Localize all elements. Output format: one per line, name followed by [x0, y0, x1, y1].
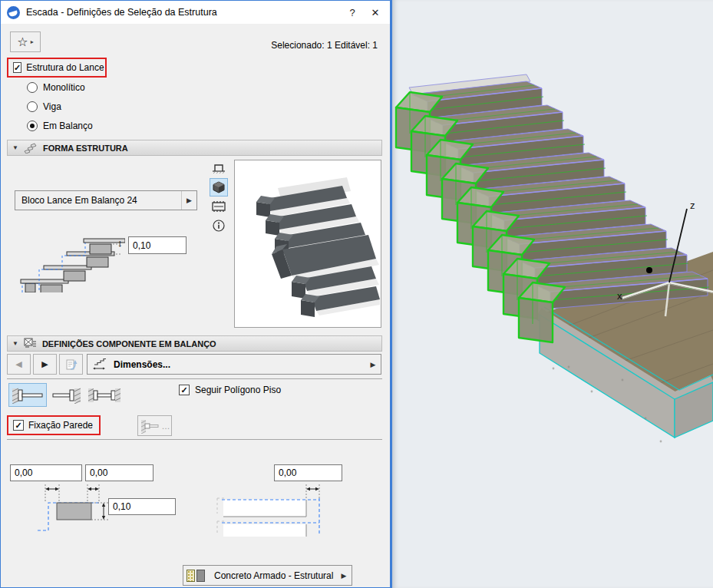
support-left-icon [11, 387, 45, 404]
dimensions-icon [92, 358, 107, 371]
3d-viewport[interactable]: z x [392, 0, 713, 588]
plan-view-button[interactable] [210, 159, 228, 177]
offset-diagram-right [216, 483, 346, 550]
cube-icon [212, 180, 226, 194]
selection-status: Selecionado: 1 Editável: 1 [271, 40, 378, 51]
wall-fix-label: Fixação Parede [28, 420, 93, 431]
riser-schematic [10, 223, 125, 292]
monolitico-radio[interactable] [27, 82, 38, 93]
z-axis-label: z [690, 200, 695, 211]
dialog-title: Escada - Definições de Seleção da Estrut… [26, 7, 217, 18]
follow-polygon-label: Seguir Polígono Piso [195, 385, 281, 395]
collapse-icon: ▼ [12, 144, 18, 151]
divider [7, 378, 382, 379]
divider [7, 439, 382, 440]
profile-dropdown-value: Bloco Lance Em Balanço 24 [15, 195, 181, 206]
plan-symbol-icon [212, 161, 226, 175]
film-strip-icon [211, 200, 226, 213]
updown-arrow-icon: ↕ [117, 237, 123, 249]
help-button[interactable]: ? [341, 2, 364, 22]
close-button[interactable]: ✕ [364, 2, 387, 22]
collapse-icon: ▼ [12, 340, 18, 347]
forma-estrutura-header[interactable]: ▼ FORMA ESTRUTURA [7, 140, 382, 156]
previous-component-button[interactable]: ◀ [7, 354, 31, 375]
transfer-settings-icon [64, 358, 78, 372]
material-swatch-icon [187, 570, 205, 582]
viga-label: Viga [43, 101, 61, 112]
favorites-button[interactable]: ☆ ▸ [10, 31, 41, 52]
radio-row-em-balanco[interactable]: Em Balanço [27, 121, 93, 131]
offset-diagram-left [8, 483, 193, 550]
preview-stairs-image [235, 160, 381, 327]
material-dropdown-value: Concreto Armado - Estrutural [208, 570, 336, 581]
dimensions-dropdown-label: Dimensões... [107, 359, 365, 370]
screen: Escada - Definições de Seleção da Estrut… [0, 0, 713, 588]
viga-radio[interactable] [27, 101, 38, 112]
red-annotation-box: ✓ Estrutura do Lance [7, 58, 107, 78]
transfer-settings-button[interactable] [59, 354, 83, 375]
ellipsis-icon: … [162, 421, 170, 431]
em-balanco-radio[interactable] [27, 121, 38, 131]
left-offset-input[interactable] [10, 464, 82, 481]
archicad-logo-icon [7, 6, 20, 19]
support-right-icon [51, 387, 82, 404]
wall-fix-options-button[interactable]: … [137, 415, 172, 436]
structure-thickness-input[interactable] [128, 236, 187, 254]
support-right-toggle[interactable] [49, 383, 84, 407]
support-left-toggle[interactable] [8, 383, 47, 407]
arrow-right-icon: ▶ [41, 359, 48, 369]
profile-dropdown[interactable]: Bloco Lance Em Balanço 24 ▶ [15, 190, 197, 210]
mid-offset-input[interactable] [85, 464, 153, 481]
plate-thickness-input[interactable] [108, 498, 176, 515]
support-both-toggle[interactable] [85, 383, 124, 407]
component-settings-icon [24, 338, 37, 349]
3d-scene: z x [392, 0, 713, 588]
dimensions-dropdown[interactable]: Dimensões... ▶ [87, 354, 381, 375]
componente-title: DEFINIÇÕES COMPONENTE EM BALANÇO [42, 339, 216, 349]
estrutura-do-lance-label: Estrutura do Lance [26, 62, 104, 73]
forma-estrutura-title: FORMA ESTRUTURA [43, 144, 128, 153]
follow-polygon-row[interactable]: ✓ Seguir Polígono Piso [179, 385, 281, 395]
title-bar[interactable]: Escada - Definições de Seleção da Estrut… [1, 1, 390, 24]
chevron-right-icon: ▶ [365, 355, 381, 374]
chevron-right-icon: ▶ [336, 566, 352, 585]
info-icon [212, 219, 226, 233]
em-balanco-label: Em Balanço [43, 121, 93, 131]
star-icon: ☆ [17, 36, 28, 48]
stair-structure-dialog: Escada - Definições de Seleção da Estrut… [0, 0, 392, 588]
section-view-button[interactable] [210, 197, 228, 216]
radio-row-viga[interactable]: Viga [27, 101, 61, 112]
wall-fix-checkbox[interactable]: ✓ [13, 420, 24, 431]
estrutura-do-lance-checkbox[interactable]: ✓ [13, 62, 21, 73]
x-axis-label: x [617, 290, 622, 302]
red-annotation-box: ✓ Fixação Parede [7, 415, 101, 435]
monolitico-label: Monolítico [43, 82, 85, 93]
follow-polygon-checkbox[interactable]: ✓ [179, 385, 190, 395]
chevron-right-icon: ▶ [181, 191, 196, 210]
wall-connection-icon [140, 418, 160, 434]
right-offset-input[interactable] [274, 464, 342, 481]
arrow-left-icon: ◀ [15, 359, 21, 369]
structure-preview [234, 160, 381, 328]
flyout-arrow-icon: ▸ [31, 38, 34, 45]
next-component-button[interactable]: ▶ [33, 354, 57, 375]
3d-view-button[interactable] [210, 178, 228, 197]
support-both-icon [87, 387, 121, 404]
info-button[interactable] [210, 216, 228, 235]
radio-row-monolitico[interactable]: Monolítico [27, 82, 85, 93]
material-dropdown[interactable]: Concreto Armado - Estrutural ▶ [183, 565, 352, 586]
stair-structure-icon [24, 143, 38, 154]
componente-header[interactable]: ▼ DEFINIÇÕES COMPONENTE EM BALANÇO [7, 335, 382, 352]
